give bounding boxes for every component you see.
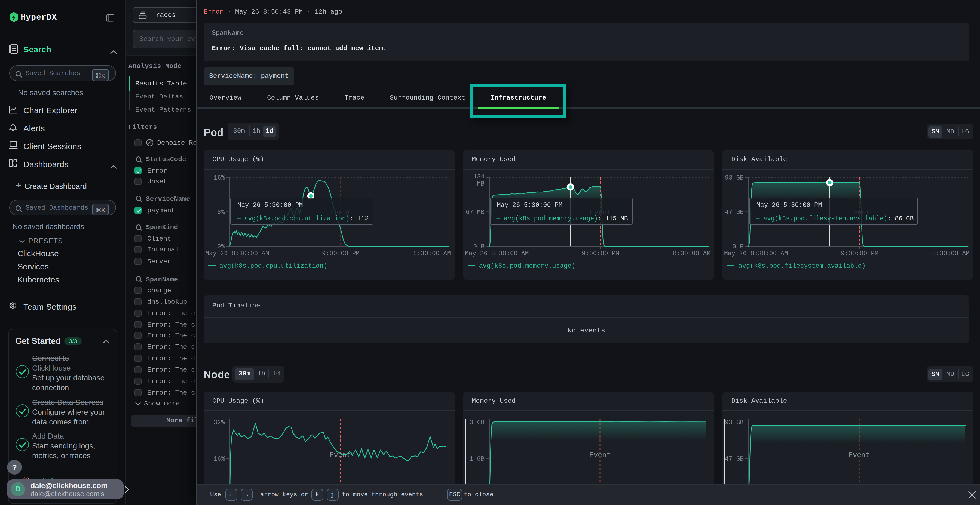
svg-text:8%: 8% <box>217 209 225 216</box>
svg-text:0 B: 0 B <box>733 243 744 250</box>
svg-text:16%: 16% <box>214 175 225 181</box>
svg-text:May 26 8:30:00 AM: May 26 8:30:00 AM <box>205 250 269 257</box>
svg-text:May 26 8:30:00 AM: May 26 8:30:00 AM <box>724 250 788 257</box>
svg-text:9:00:00 PM: 9:00:00 PM <box>841 250 879 257</box>
svg-text:8:30:00 AM: 8:30:00 AM <box>932 250 970 257</box>
svg-text:134: 134 <box>473 173 484 180</box>
svg-text:8:30:00 AM: 8:30:00 AM <box>673 250 710 257</box>
svg-text:9:00:00 PM: 9:00:00 PM <box>322 250 360 257</box>
svg-text:67 MB: 67 MB <box>466 209 484 216</box>
svg-text:0 B: 0 B <box>473 243 484 250</box>
svg-text:47 GB: 47 GB <box>725 209 744 216</box>
svg-text:MB: MB <box>477 180 485 187</box>
svg-text:May 26 8:30:00 AM: May 26 8:30:00 AM <box>465 250 529 257</box>
svg-text:9:00:00 PM: 9:00:00 PM <box>581 250 619 257</box>
svg-text:93 GB: 93 GB <box>725 175 744 181</box>
svg-text:0%: 0% <box>217 243 225 250</box>
svg-text:8:30:00 AM: 8:30:00 AM <box>413 250 451 257</box>
